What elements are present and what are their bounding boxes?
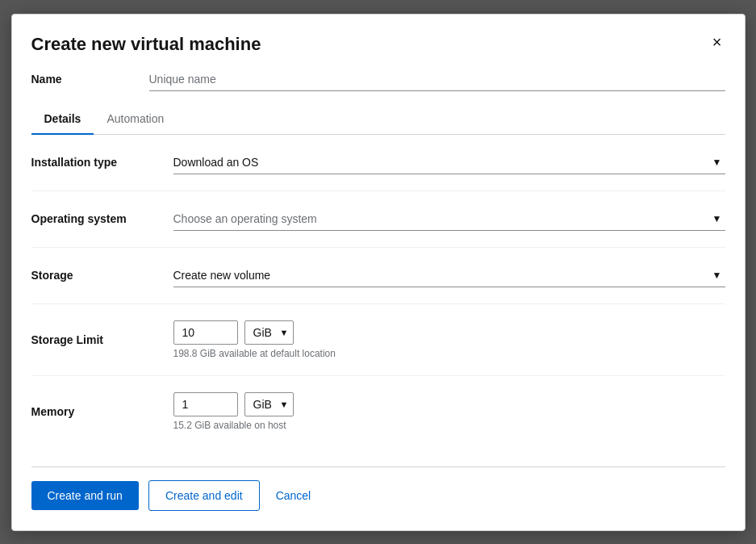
dialog-title: Create new virtual machine: [31, 34, 261, 55]
tabs-container: Details Automation: [31, 104, 725, 135]
memory-hint: 15.2 GiB available on host: [173, 420, 725, 431]
memory-group: MiB GiB TiB ▼ 15.2 GiB available on host: [173, 392, 725, 431]
cancel-button[interactable]: Cancel: [269, 481, 318, 510]
storage-row: Storage Create new volume Select or crea…: [31, 248, 725, 304]
memory-row: Memory MiB GiB TiB ▼: [31, 376, 725, 447]
dialog-footer: Create and run Create and edit Cancel: [31, 467, 725, 511]
create-vm-dialog: Create new virtual machine × Name Detail…: [11, 14, 746, 531]
installation-type-row: Installation type Download an OS Local i…: [31, 135, 725, 191]
storage-limit-hint: 198.8 GiB available at default location: [173, 348, 725, 359]
memory-inputs: MiB GiB TiB ▼: [173, 392, 725, 416]
operating-system-select-wrapper: Choose an operating system ▼: [173, 207, 725, 231]
storage-limit-input[interactable]: [173, 320, 238, 345]
storage-select-wrapper: Create new volume Select or create custo…: [173, 264, 725, 287]
memory-unit-select[interactable]: MiB GiB TiB: [244, 392, 294, 416]
tab-details[interactable]: Details: [31, 104, 94, 135]
storage-limit-group: MiB GiB TiB ▼ 198.8 GiB available at def…: [173, 320, 725, 359]
installation-type-control: Download an OS Local install media PXE n…: [173, 151, 725, 174]
name-row: Name: [31, 68, 725, 91]
form-section: Installation type Download an OS Local i…: [31, 135, 725, 447]
name-input[interactable]: [149, 68, 725, 91]
memory-label: Memory: [31, 405, 161, 418]
memory-unit-wrapper: MiB GiB TiB ▼: [244, 392, 294, 416]
memory-input[interactable]: [173, 392, 238, 416]
storage-limit-unit-wrapper: MiB GiB TiB ▼: [244, 320, 294, 345]
memory-control-wrapper: MiB GiB TiB ▼ 15.2 GiB available on host: [173, 392, 725, 431]
storage-limit-inputs: MiB GiB TiB ▼: [173, 320, 725, 345]
operating-system-row: Operating system Choose an operating sys…: [31, 191, 725, 248]
storage-limit-unit-select[interactable]: MiB GiB TiB: [244, 320, 294, 345]
installation-type-select[interactable]: Download an OS Local install media PXE n…: [173, 151, 725, 174]
operating-system-select[interactable]: Choose an operating system: [173, 207, 725, 231]
storage-limit-control-wrapper: MiB GiB TiB ▼ 198.8 GiB available at def…: [173, 320, 725, 359]
create-and-run-button[interactable]: Create and run: [31, 481, 139, 510]
create-and-edit-button[interactable]: Create and edit: [148, 480, 260, 511]
installation-type-select-wrapper: Download an OS Local install media PXE n…: [173, 151, 725, 174]
close-button[interactable]: ×: [709, 34, 725, 50]
name-label: Name: [31, 73, 136, 86]
storage-label: Storage: [31, 269, 161, 282]
installation-type-label: Installation type: [31, 156, 161, 169]
operating-system-control: Choose an operating system ▼: [173, 207, 725, 231]
tab-automation[interactable]: Automation: [94, 104, 177, 135]
dialog-header: Create new virtual machine ×: [31, 34, 725, 55]
storage-select[interactable]: Create new volume Select or create custo…: [173, 264, 725, 287]
operating-system-label: Operating system: [31, 212, 161, 225]
storage-limit-row: Storage Limit MiB GiB TiB ▼: [31, 304, 725, 376]
storage-control: Create new volume Select or create custo…: [173, 264, 725, 287]
storage-limit-label: Storage Limit: [31, 333, 161, 346]
